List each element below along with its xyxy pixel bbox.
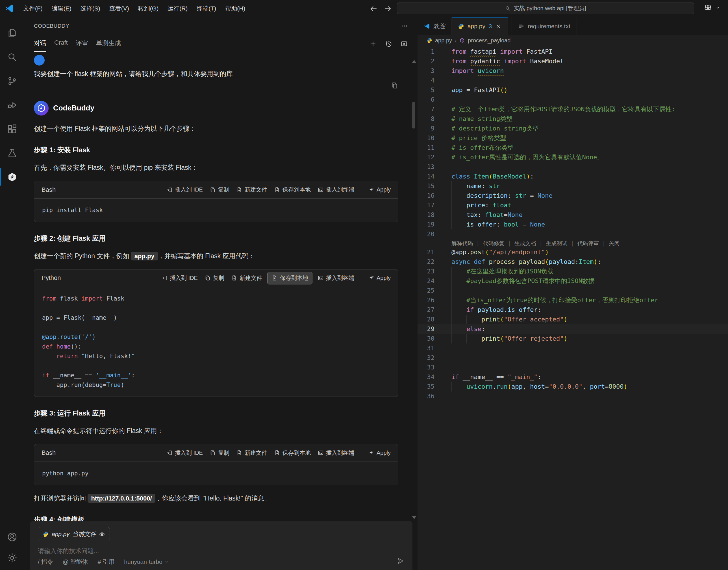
code-action-1[interactable]: 复制 [210, 449, 229, 457]
codelens-action-1[interactable]: 代码修复 [483, 239, 504, 247]
activity-explorer[interactable] [0, 21, 24, 45]
code-action-1[interactable]: 复制 [205, 274, 224, 282]
breadcrumb[interactable]: app.py › process_payload [418, 35, 728, 46]
code-editor[interactable]: 1from fastapi import FastAPI2from pydant… [418, 46, 728, 570]
breadcrumb-symbol[interactable]: process_payload [468, 37, 510, 44]
editor-line[interactable]: 3import uvicorn [418, 66, 728, 76]
tab-welcome[interactable]: 欢迎 [418, 17, 452, 35]
menu-item-6[interactable]: 终端(T) [192, 0, 221, 17]
code-action-3[interactable]: 保存到本地 [267, 272, 312, 284]
editor-line[interactable]: 36 [418, 391, 728, 401]
chat-tab-1[interactable]: Craft [54, 39, 68, 49]
copy-message-icon[interactable] [391, 82, 398, 89]
close-icon[interactable] [495, 23, 501, 29]
editor-line[interactable]: 35 uvicorn.run(app, host="0.0.0.0", port… [418, 382, 728, 391]
editor-line[interactable]: 14class Item(BaseModel): [418, 172, 728, 181]
nav-forward-icon[interactable] [383, 4, 393, 14]
send-button[interactable] [396, 557, 405, 567]
menu-item-1[interactable]: 编辑(E) [47, 0, 76, 17]
editor-line[interactable]: 22async def process_payload(payload:Item… [418, 257, 728, 267]
scroll-down-arrow-icon[interactable] [412, 516, 416, 519]
code-action-4[interactable]: 插入到终端 [317, 186, 354, 194]
apply-button[interactable]: Apply [368, 275, 391, 281]
context-file-chip[interactable]: app.py 当前文件 [38, 527, 110, 541]
editor-line[interactable]: 7# 定义一个Item类，它将用作POST请求的JSON负载的模型，它将具有以下… [418, 104, 728, 114]
eye-icon[interactable] [99, 531, 105, 537]
new-chat-icon[interactable] [369, 40, 377, 48]
code-action-4[interactable]: 插入到终端 [317, 449, 354, 457]
model-selector[interactable]: hunyuan-turbo [124, 558, 170, 565]
chat-input-box[interactable]: app.py 当前文件 请输入你的技术问题... / 指令 @ 智能体 # 引用… [30, 521, 413, 570]
editor-line[interactable]: 18 tax: float=None [418, 210, 728, 220]
editor-line[interactable]: 5app = FastAPI() [418, 85, 728, 95]
scrollbar-thumb[interactable] [412, 102, 415, 128]
command-search-box[interactable]: 实战 python web api [管理员] [397, 3, 694, 14]
activity-extensions[interactable] [0, 117, 24, 141]
tab-app-py[interactable]: app.py 3 [452, 17, 508, 35]
editor-line[interactable]: 6 [418, 95, 728, 104]
tab-requirements-txt[interactable]: requirements.txt [512, 17, 577, 35]
editor-line[interactable]: 15 name: str [418, 181, 728, 191]
chat-tab-0[interactable]: 对话 [34, 39, 46, 49]
editor-line[interactable]: 12# is_offer属性是可选的，因为它具有默认值None。 [418, 153, 728, 162]
code-action-3[interactable]: 保存到本地 [274, 449, 311, 457]
history-icon[interactable] [385, 40, 393, 48]
codelens-action-5[interactable]: 关闭 [609, 239, 620, 247]
assistant-account-button[interactable] [703, 3, 721, 12]
code-action-0[interactable]: 插入到 IDE [161, 274, 198, 282]
chat-input-placeholder[interactable]: 请输入你的技术问题... [38, 547, 405, 555]
editor-line[interactable]: 30 print("Offer rejected") [418, 334, 728, 343]
editor-line[interactable]: 23 #在这里处理接收到的JSON负载 [418, 267, 728, 276]
menu-item-0[interactable]: 文件(F) [19, 0, 47, 17]
activity-testing[interactable] [0, 141, 24, 165]
chat-tab-2[interactable]: 评审 [76, 39, 88, 49]
editor-line[interactable]: 26 #当is_offer为true的时候，打印接受offer，否则打印拒绝of… [418, 295, 728, 305]
editor-line[interactable]: 4 [418, 76, 728, 85]
editor-line[interactable]: 24 #payLoad参数将包含POST请求中的JSON数据 [418, 276, 728, 286]
editor-line[interactable]: 13 [418, 162, 728, 172]
activity-run-debug[interactable] [0, 93, 24, 117]
editor-line[interactable]: 11# is_offer布尔类型 [418, 143, 728, 153]
editor-line[interactable]: 1from fastapi import FastAPI [418, 47, 728, 56]
codelens-action-2[interactable]: 生成文档 [514, 239, 536, 247]
apply-button[interactable]: Apply [368, 187, 391, 193]
editor-line[interactable]: 32 [418, 353, 728, 363]
agent-command[interactable]: @ 智能体 [63, 558, 88, 566]
reference-command[interactable]: # 引用 [98, 558, 115, 566]
nav-back-icon[interactable] [369, 4, 378, 14]
editor-line[interactable]: 10# price 价格类型 [418, 133, 728, 143]
breadcrumb-file[interactable]: app.py [435, 37, 452, 44]
codelens-action-4[interactable]: 代码评审 [577, 239, 599, 247]
editor-line[interactable]: 16 description: str = None [418, 191, 728, 201]
codelens-action-3[interactable]: 生成测试 [546, 239, 567, 247]
slash-command[interactable]: / 指令 [38, 558, 53, 566]
apply-button[interactable]: Apply [368, 450, 391, 456]
chat-scrollbar[interactable] [411, 42, 416, 519]
editor-line[interactable]: 9# description string类型 [418, 124, 728, 133]
editor-line[interactable]: 17 price: float [418, 201, 728, 210]
editor-line[interactable]: 28 print("Offer accepted") [418, 315, 728, 324]
scroll-up-arrow-icon[interactable] [412, 60, 416, 63]
editor-line[interactable]: 34if __name__ == "_main_": [418, 372, 728, 382]
editor-line[interactable]: 29 else: [418, 324, 728, 334]
code-action-0[interactable]: 插入到 IDE [166, 449, 203, 457]
menu-item-2[interactable]: 选择(S) [76, 0, 105, 17]
code-action-0[interactable]: 插入到 IDE [166, 186, 203, 194]
activity-search[interactable] [0, 45, 24, 69]
code-action-1[interactable]: 复制 [210, 186, 229, 194]
more-actions-icon[interactable] [401, 22, 408, 30]
chat-tab-3[interactable]: 单测生成 [96, 39, 121, 49]
activity-settings[interactable] [0, 547, 24, 568]
open-in-editor-icon[interactable] [400, 40, 408, 48]
editor-line[interactable]: 19 is_offer: bool = None [418, 220, 728, 229]
editor-line[interactable]: 27 if payload.is_offer: [418, 305, 728, 315]
editor-line[interactable]: 31 [418, 343, 728, 353]
menu-item-4[interactable]: 转到(G) [134, 0, 163, 17]
editor-line[interactable]: 2from pydantic import BaseModel [418, 56, 728, 66]
code-action-2[interactable]: 新建文件 [236, 449, 267, 457]
codelens-action-0[interactable]: 解释代码 [451, 239, 473, 247]
editor-line[interactable]: 33 [418, 363, 728, 372]
menu-item-7[interactable]: 帮助(H) [221, 0, 250, 17]
menu-item-3[interactable]: 查看(V) [105, 0, 134, 17]
code-action-3[interactable]: 保存到本地 [274, 186, 311, 194]
